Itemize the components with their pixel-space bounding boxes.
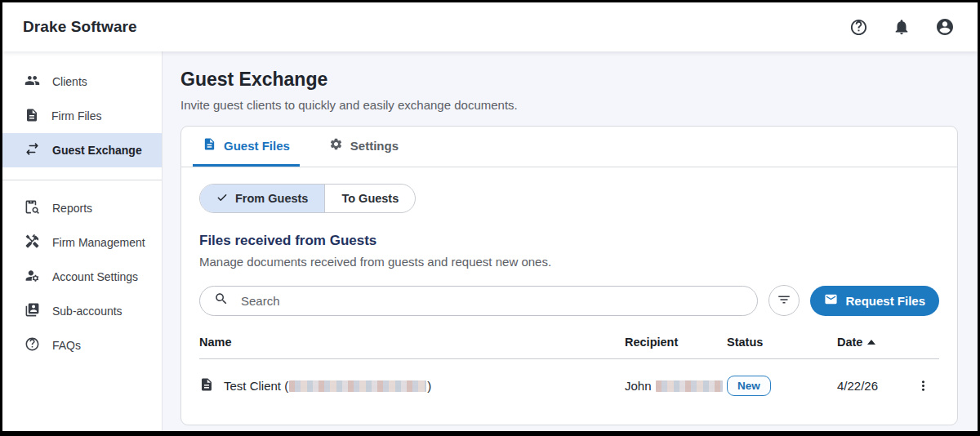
sidebar-item-reports[interactable]: Reports	[2, 191, 162, 225]
tab-settings[interactable]: Settings	[319, 127, 408, 167]
sidebar-item-label: Guest Exchange	[52, 144, 142, 157]
search-input[interactable]	[241, 294, 744, 308]
sidebar-item-firm-management[interactable]: Firm Management	[2, 225, 162, 260]
section-subtitle: Manage documents received from guests an…	[199, 255, 939, 269]
sidebar-item-label: Reports	[52, 202, 92, 215]
person-gear-icon	[24, 268, 40, 286]
toggle-label: From Guests	[235, 192, 308, 205]
card-body: From Guests To Guests Files received fro…	[181, 167, 957, 425]
date-cell: 4/22/26	[837, 379, 906, 393]
sidebar-item-faqs[interactable]: FAQs	[2, 328, 162, 363]
document-icon	[199, 377, 214, 394]
document-icon	[24, 108, 39, 125]
column-header-status: Status	[727, 336, 837, 349]
sidebar-item-label: Firm Files	[51, 109, 101, 122]
table-row: Test Client () John New 4/22/26	[199, 359, 939, 403]
tab-label: Settings	[350, 139, 399, 153]
sort-ascending-icon	[867, 340, 875, 345]
status-cell: New	[727, 376, 837, 396]
page-subtitle: Invite guest clients to quickly and easi…	[180, 98, 958, 112]
sidebar-item-label: Clients	[52, 75, 87, 88]
tab-bar: Guest Files Settings	[181, 127, 957, 167]
envelope-icon	[824, 292, 838, 309]
filter-icon	[777, 292, 791, 309]
column-header-name: Name	[199, 336, 625, 349]
sidebar-item-guest-exchange[interactable]: Guest Exchange	[2, 133, 162, 167]
main-content: Guest Exchange Invite guest clients to q…	[163, 51, 978, 431]
search-icon	[214, 291, 229, 309]
clipboard-search-icon	[24, 199, 40, 217]
sidebar-item-clients[interactable]: Clients	[2, 65, 162, 99]
tab-label: Guest Files	[224, 139, 290, 153]
people-icon	[24, 73, 40, 91]
notifications-bell-icon	[893, 18, 911, 36]
help-icon	[849, 18, 868, 37]
kebab-menu-icon	[915, 384, 931, 396]
tab-guest-files[interactable]: Guest Files	[193, 127, 300, 167]
section-title: Files received from Guests	[199, 233, 939, 249]
file-name-text: Test Client ()	[224, 379, 431, 393]
document-icon	[203, 137, 216, 153]
sidebar-item-firm-files[interactable]: Firm Files	[2, 99, 162, 133]
check-icon	[216, 192, 228, 206]
status-badge: New	[727, 376, 771, 396]
sidebar-divider	[2, 180, 162, 180]
page-title: Guest Exchange	[180, 69, 958, 91]
controls-row: Request Files	[199, 285, 939, 316]
guest-exchange-card: Guest Files Settings From Guest	[180, 126, 958, 425]
toggle-from-guests[interactable]: From Guests	[200, 185, 324, 212]
sidebar-item-sub-accounts[interactable]: Sub-accounts	[2, 294, 162, 328]
files-table: Name Recipient Status Date	[199, 336, 939, 403]
help-button[interactable]	[849, 18, 868, 37]
column-header-date-label: Date	[837, 336, 862, 349]
toggle-label: To Guests	[341, 192, 399, 205]
table-header-row: Name Recipient Status Date	[199, 336, 939, 359]
app-header: Drake Software	[2, 2, 978, 51]
request-files-button[interactable]: Request Files	[810, 286, 939, 316]
tools-icon	[24, 234, 40, 251]
request-files-label: Request Files	[845, 294, 925, 308]
file-name-cell[interactable]: Test Client ()	[199, 377, 625, 394]
sidebar: Clients Firm Files Guest Exchange Report…	[2, 51, 163, 431]
recipient-cell: John	[625, 379, 727, 393]
account-button[interactable]	[935, 17, 955, 37]
sidebar-item-label: Sub-accounts	[52, 305, 122, 318]
accounts-book-icon	[24, 302, 40, 320]
column-header-recipient: Recipient	[625, 336, 727, 349]
toggle-to-guests[interactable]: To Guests	[324, 185, 415, 212]
sidebar-item-label: FAQs	[52, 339, 81, 352]
redacted-recipient-name	[656, 380, 723, 392]
column-header-date[interactable]: Date	[837, 336, 906, 349]
filter-button[interactable]	[768, 285, 800, 316]
search-box[interactable]	[199, 286, 758, 316]
exchange-arrows-icon	[24, 141, 40, 159]
sidebar-item-label: Firm Management	[52, 236, 145, 249]
direction-toggle: From Guests To Guests	[199, 184, 416, 213]
redacted-email	[289, 380, 426, 392]
sidebar-item-account-settings[interactable]: Account Settings	[2, 260, 162, 294]
account-avatar-icon	[935, 17, 955, 37]
question-circle-icon	[24, 336, 40, 354]
brand-logo: Drake Software	[23, 18, 137, 36]
sidebar-item-label: Account Settings	[52, 270, 138, 283]
header-actions	[849, 17, 955, 37]
notifications-button[interactable]	[893, 18, 911, 36]
gear-icon	[329, 137, 343, 153]
row-actions-button[interactable]	[912, 375, 934, 397]
